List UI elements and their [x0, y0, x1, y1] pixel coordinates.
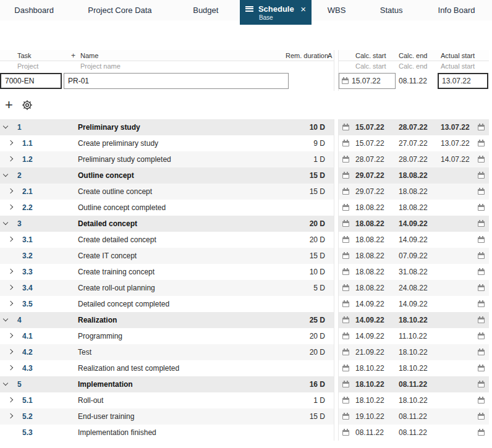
- expander-cell[interactable]: [0, 142, 17, 145]
- calc-start-picker[interactable]: [339, 414, 352, 420]
- task-number-cell[interactable]: 3.3: [17, 268, 78, 276]
- tab-status[interactable]: Status: [362, 0, 421, 20]
- calc-end-cell[interactable]: 28.07.22: [396, 155, 438, 164]
- task-number-cell[interactable]: 3.1: [17, 235, 78, 244]
- actual-end-picker[interactable]: [477, 430, 489, 436]
- calc-end-cell[interactable]: 27.07.22: [396, 139, 438, 148]
- expander-cell[interactable]: [0, 206, 17, 209]
- calc-end-cell[interactable]: 18.10.22: [396, 364, 438, 373]
- tab-schedule[interactable]: Schedule × Base: [240, 0, 312, 25]
- task-number-cell[interactable]: 2.2: [17, 203, 78, 212]
- task-row-3.5[interactable]: 3.5 Detailed concept completed 14.09.22 …: [0, 296, 492, 312]
- project-id-input[interactable]: [0, 73, 62, 89]
- tab-wbs[interactable]: WBS: [312, 0, 362, 20]
- calc-end-cell[interactable]: 08.11.22: [396, 428, 438, 437]
- calc-end-cell[interactable]: 18.10.22: [396, 316, 438, 324]
- calc-start-picker[interactable]: [339, 141, 352, 146]
- calc-start-picker[interactable]: [339, 302, 352, 307]
- task-row-1.1[interactable]: 1.1 Create preliminary study 9 D 15.07.2…: [0, 135, 492, 151]
- expander-cell[interactable]: [0, 271, 17, 273]
- actual-end-picker[interactable]: [477, 221, 489, 227]
- calc-end-cell[interactable]: 31.08.22: [396, 268, 438, 276]
- remaining-duration-cell[interactable]: 20 D: [286, 332, 326, 340]
- actual-start-cell[interactable]: 14.07.22: [438, 155, 477, 164]
- actual-end-picker[interactable]: [477, 350, 489, 355]
- task-name-cell[interactable]: Detailed concept: [78, 219, 286, 228]
- expander-cell[interactable]: [0, 239, 17, 241]
- task-row-1.2[interactable]: 1.2 Preliminary study completed 1 D 28.0…: [0, 151, 492, 167]
- calc-start-cell[interactable]: 14.09.22: [352, 332, 396, 340]
- task-number-cell[interactable]: 5: [17, 380, 78, 389]
- column-header-calc-end[interactable]: Calc. end: [396, 52, 438, 59]
- task-name-cell[interactable]: Create roll-out planning: [78, 284, 286, 292]
- expander-cell[interactable]: [0, 351, 17, 353]
- task-row-3[interactable]: 3 Detailed concept 20 D 18.08.22 14.09.2…: [0, 216, 492, 232]
- calc-end-cell[interactable]: 18.10.22: [396, 348, 438, 357]
- actual-end-picker[interactable]: [477, 398, 489, 404]
- calc-start-picker[interactable]: [339, 366, 352, 371]
- calc-start-cell[interactable]: 18.08.22: [352, 219, 396, 228]
- calc-start-picker[interactable]: [339, 269, 352, 275]
- calc-start-picker[interactable]: [339, 189, 352, 195]
- calc-start-picker[interactable]: [339, 157, 352, 163]
- settings-button[interactable]: [22, 99, 33, 111]
- column-header-a[interactable]: A: [326, 52, 334, 59]
- calc-start-cell[interactable]: 21.09.22: [352, 348, 396, 357]
- task-row-4.3[interactable]: 4.3 Realization and test completed 18.10…: [0, 360, 492, 376]
- remaining-duration-cell[interactable]: 20 D: [286, 348, 326, 357]
- task-row-2.2[interactable]: 2.2 Outline concept completed 18.08.22 1…: [0, 200, 492, 216]
- calc-start-cell[interactable]: 18.08.22: [352, 284, 396, 292]
- actual-end-picker[interactable]: [477, 125, 489, 130]
- calc-end-cell[interactable]: 08.11.22: [396, 380, 438, 389]
- calc-start-picker[interactable]: [339, 125, 352, 130]
- calc-start-cell[interactable]: 15.07.22: [352, 139, 396, 148]
- task-number-cell[interactable]: 5.1: [17, 396, 78, 405]
- task-row-1[interactable]: 1 Preliminary study 10 D 15.07.22 28.07.…: [0, 119, 492, 135]
- task-name-cell[interactable]: Realization: [78, 316, 286, 324]
- expander-cell[interactable]: [0, 431, 17, 434]
- calc-end-cell[interactable]: 14.09.22: [396, 300, 438, 308]
- task-row-5[interactable]: 5 Implementation 16 D 18.10.22 08.11.22: [0, 376, 492, 392]
- column-header-task[interactable]: Task +: [0, 51, 78, 60]
- task-name-cell[interactable]: Preliminary study completed: [78, 155, 286, 164]
- calc-start-picker[interactable]: [339, 398, 352, 404]
- task-number-cell[interactable]: 5.2: [17, 412, 78, 421]
- add-task-button[interactable]: +: [5, 98, 13, 112]
- calc-start-picker[interactable]: [339, 382, 352, 387]
- task-row-3.1[interactable]: 3.1 Create detailed concept 20 D 18.08.2…: [0, 232, 492, 248]
- task-name-cell[interactable]: Test: [78, 348, 286, 357]
- actual-end-picker[interactable]: [477, 157, 489, 163]
- task-row-3.3[interactable]: 3.3 Create training concept 10 D 18.08.2…: [0, 264, 492, 280]
- actual-end-picker[interactable]: [477, 173, 489, 179]
- calc-end-cell[interactable]: 08.11.22: [396, 412, 438, 421]
- add-column-icon[interactable]: +: [71, 51, 78, 60]
- actual-end-picker[interactable]: [477, 141, 489, 146]
- task-name-cell[interactable]: Realization and test completed: [78, 364, 286, 373]
- calc-start-cell[interactable]: 18.08.22: [352, 251, 396, 260]
- task-name-cell[interactable]: Create outline concept: [78, 187, 286, 196]
- task-name-cell[interactable]: Outline concept: [78, 171, 286, 180]
- actual-end-picker[interactable]: [477, 253, 489, 259]
- column-header-rem-duration[interactable]: Rem. duration: [286, 52, 326, 59]
- calc-start-cell[interactable]: 18.10.22: [352, 396, 396, 405]
- calc-start-cell[interactable]: 19.10.22: [352, 412, 396, 421]
- expander-cell[interactable]: [0, 190, 17, 193]
- calc-start-cell[interactable]: 18.08.22: [352, 235, 396, 244]
- calc-end-cell[interactable]: 24.08.22: [396, 284, 438, 292]
- actual-end-picker[interactable]: [477, 189, 489, 195]
- remaining-duration-cell[interactable]: 20 D: [286, 235, 326, 244]
- project-calc-start-field[interactable]: 15.07.22: [339, 73, 396, 89]
- remaining-duration-cell[interactable]: 10 D: [286, 123, 326, 132]
- calc-start-picker[interactable]: [339, 285, 352, 291]
- project-name-input[interactable]: [64, 73, 289, 89]
- calc-end-cell[interactable]: 14.09.22: [396, 219, 438, 228]
- actual-start-cell[interactable]: 13.07.22: [438, 139, 477, 148]
- expander-cell[interactable]: [0, 415, 17, 418]
- remaining-duration-cell[interactable]: 10 D: [286, 268, 326, 276]
- calc-start-cell[interactable]: 14.09.22: [352, 316, 396, 324]
- actual-end-picker[interactable]: [477, 205, 489, 211]
- calc-end-cell[interactable]: 14.09.22: [396, 235, 438, 244]
- remaining-duration-cell[interactable]: 15 D: [286, 412, 326, 421]
- expander-cell[interactable]: [0, 384, 17, 385]
- calc-start-cell[interactable]: 18.10.22: [352, 380, 396, 389]
